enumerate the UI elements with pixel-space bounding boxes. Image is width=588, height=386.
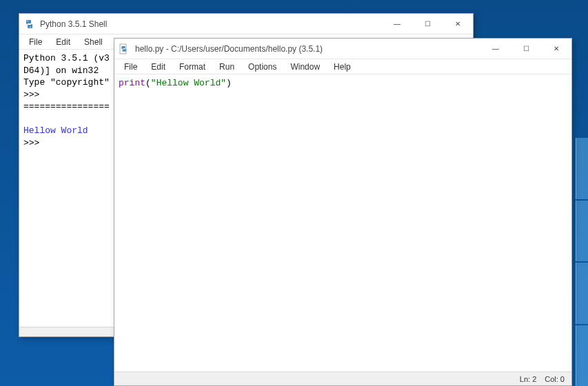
editor-window-controls: — ☐ ✕ — [480, 39, 571, 59]
editor-statusbar: Ln: 2 Col: 0 — [114, 372, 571, 385]
status-line: Ln: 2 — [520, 375, 536, 383]
svg-point-0 — [27, 20, 28, 21]
menu-format[interactable]: Format — [172, 61, 212, 73]
maximize-button[interactable]: ☐ — [412, 14, 443, 34]
minimize-button[interactable]: — — [382, 14, 412, 34]
shell-line1: Python 3.5.1 (v3 — [23, 53, 110, 63]
menu-edit[interactable]: Edit — [144, 61, 172, 73]
status-col: Col: 0 — [545, 375, 565, 383]
menu-edit[interactable]: Edit — [49, 36, 77, 48]
python-file-icon — [119, 43, 130, 54]
editor-menubar: File Edit Format Run Options Window Help — [114, 59, 571, 74]
code-close-paren: ) — [226, 78, 232, 88]
editor-title: hello.py - C:/Users/user/Documents/hello… — [135, 44, 480, 54]
editor-content[interactable]: print("Hellow World") — [114, 74, 571, 372]
desktop-right-edge — [576, 138, 588, 386]
maximize-button[interactable]: ☐ — [511, 39, 541, 59]
menu-file[interactable]: File — [117, 61, 144, 73]
shell-output: Hellow World — [23, 125, 88, 136]
close-button[interactable]: ✕ — [541, 39, 571, 59]
shell-divider: ================ — [23, 101, 110, 112]
editor-window: hello.py - C:/Users/user/Documents/hello… — [114, 38, 572, 386]
shell-line3: Type "copyright" — [23, 77, 110, 88]
code-keyword: print — [119, 78, 145, 88]
menu-window[interactable]: Window — [283, 61, 327, 73]
close-button[interactable]: ✕ — [443, 14, 473, 34]
shell-title: Python 3.5.1 Shell — [40, 19, 382, 29]
menu-options[interactable]: Options — [241, 61, 283, 73]
minimize-button[interactable]: — — [480, 39, 511, 59]
menu-run[interactable]: Run — [212, 61, 241, 73]
menu-help[interactable]: Help — [327, 61, 358, 73]
python-icon — [23, 19, 34, 30]
shell-prompt2: >>> — [23, 138, 39, 148]
shell-window-controls: — ☐ ✕ — [382, 14, 473, 34]
shell-line2: D64)] on win32 — [23, 65, 99, 76]
menu-file[interactable]: File — [22, 36, 49, 48]
code-open-paren: ( — [145, 78, 151, 88]
menu-shell[interactable]: Shell — [77, 36, 110, 48]
svg-point-1 — [30, 26, 30, 27]
editor-titlebar[interactable]: hello.py - C:/Users/user/Documents/hello… — [114, 39, 571, 59]
code-string: "Hellow World" — [151, 78, 226, 88]
shell-prompt1: >>> — [23, 90, 39, 100]
shell-titlebar[interactable]: Python 3.5.1 Shell — ☐ ✕ — [19, 14, 473, 34]
